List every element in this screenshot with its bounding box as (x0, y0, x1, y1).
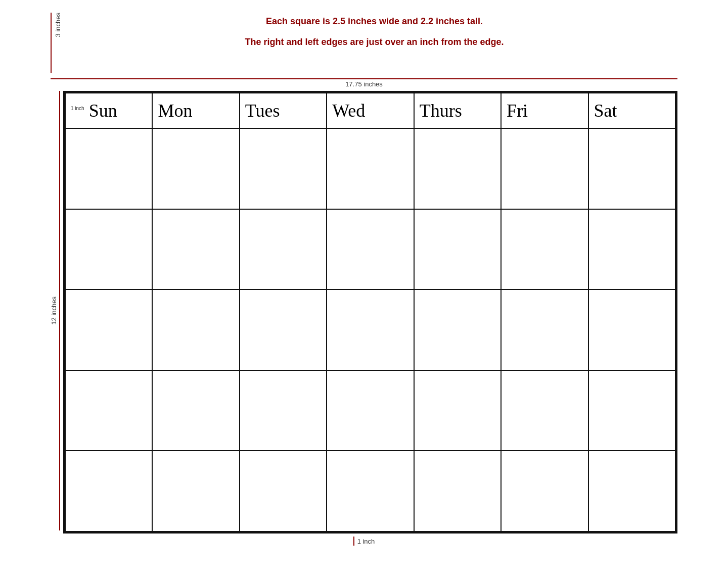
info-line2: The right and left edges are just over a… (71, 36, 677, 48)
table-row (65, 370, 675, 451)
cell (327, 370, 414, 451)
cell (501, 209, 588, 290)
bottom-label: 1 inch (357, 538, 375, 545)
cell (414, 128, 501, 209)
horiz-measurement: 17.75 inches (51, 78, 677, 88)
bottom-tick-wrapper: 1 inch (353, 537, 375, 546)
table-row (65, 128, 675, 209)
cell (414, 451, 501, 531)
cell (414, 209, 501, 290)
table-row (65, 209, 675, 290)
cell (588, 289, 675, 370)
horiz-line-wrapper (51, 78, 677, 79)
cell (152, 451, 239, 531)
label-3inches: 3 inches (55, 13, 61, 37)
page-wrapper: 3 inches Each square is 2.5 inches wide … (51, 10, 677, 546)
header-sun: 1 inch Sun (65, 93, 152, 128)
cell (588, 128, 675, 209)
header-sat: Sat (588, 93, 675, 128)
cell (65, 370, 152, 451)
cell (240, 209, 327, 290)
cell (327, 209, 414, 290)
cell (501, 451, 588, 531)
cell (240, 128, 327, 209)
table-row (65, 289, 675, 370)
cell (414, 370, 501, 451)
cell (152, 209, 239, 290)
header-row: 1 inch Sun Mon Tues Wed Thurs Fri Sat (65, 93, 675, 128)
header-mon: Mon (152, 93, 239, 128)
cell (65, 128, 152, 209)
header-thurs: Thurs (414, 93, 501, 128)
horiz-label: 17.75 inches (345, 80, 383, 88)
cell (152, 289, 239, 370)
header-fri: Fri (501, 93, 588, 128)
label-12inches: 12 inches (51, 297, 57, 325)
text-block: Each square is 2.5 inches wide and 2.2 i… (71, 10, 677, 57)
calendar-area: 12 inches 1 inch Sun Mon Tues Wed Thurs (51, 91, 677, 534)
info-section: 3 inches Each square is 2.5 inches wide … (51, 10, 677, 73)
cell (65, 289, 152, 370)
cell (327, 128, 414, 209)
header-wed: Wed (327, 93, 414, 128)
cell (501, 370, 588, 451)
cell (240, 289, 327, 370)
cell (152, 370, 239, 451)
left-measurement: 12 inches (51, 91, 60, 530)
cell (501, 289, 588, 370)
cell (327, 451, 414, 531)
cell (588, 451, 675, 531)
cell (414, 289, 501, 370)
vertical-line-12inch (59, 91, 60, 530)
cell (588, 370, 675, 451)
cell (65, 451, 152, 531)
cell (240, 370, 327, 451)
info-line1: Each square is 2.5 inches wide and 2.2 i… (71, 15, 677, 28)
header-tues: Tues (240, 93, 327, 128)
bottom-measurement: 1 inch (51, 536, 677, 546)
cell (65, 209, 152, 290)
vertical-line-3inch (51, 13, 52, 73)
cell (588, 209, 675, 290)
horiz-line (51, 78, 677, 79)
top-left-measurements: 3 inches (51, 10, 61, 73)
cell (240, 451, 327, 531)
table-row (65, 451, 675, 531)
bottom-vert-line (353, 537, 354, 546)
calendar-table: 1 inch Sun Mon Tues Wed Thurs Fri Sat (65, 92, 676, 532)
calendar: 1 inch Sun Mon Tues Wed Thurs Fri Sat (63, 91, 677, 534)
cell (501, 128, 588, 209)
inch-annotation: 1 inch (71, 106, 84, 111)
cell (327, 289, 414, 370)
cell (152, 128, 239, 209)
